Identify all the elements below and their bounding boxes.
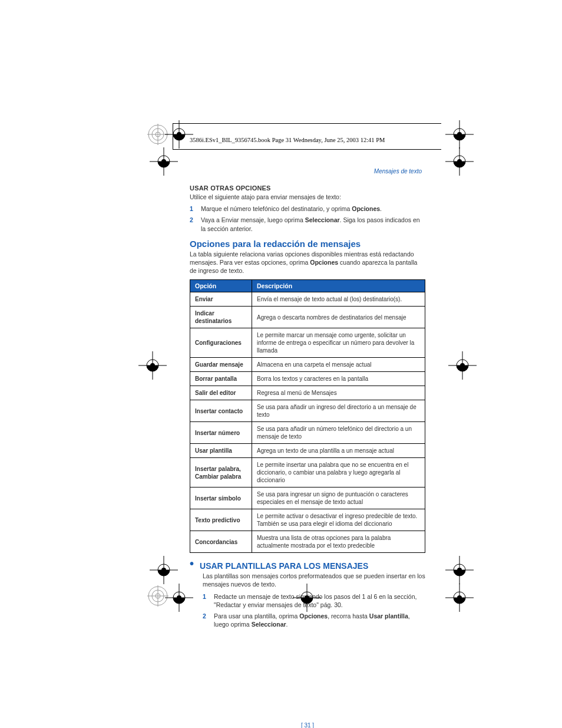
description-cell: Se usa para ingresar un signo de puntuac… (252, 487, 425, 509)
heading-opciones-redaccion: Opciones para la redacción de mensajes (190, 239, 425, 249)
table-row: Insertar palabra, Cambiar palabraLe perm… (190, 458, 425, 487)
table-row: Insertar símboloSe usa para ingresar un … (190, 487, 425, 509)
option-cell: Configuraciones (190, 328, 252, 358)
table-row: Borrar pantallaBorra los textos y caract… (190, 372, 425, 386)
th-opcion: Opción (190, 280, 252, 292)
page-body: USAR OTRAS OPCIONES Utilice el siguiente… (190, 168, 425, 631)
description-cell: Borra los textos y caracteres en la pant… (252, 372, 425, 386)
crosshair-icon (138, 351, 167, 380)
table-row: Indicar destinatariosAgrega o descarta n… (190, 307, 425, 328)
crosshair-icon (165, 120, 193, 149)
step-2: 2 Vaya a Enviar mensaje, luego oprima Se… (190, 216, 425, 232)
table-row: Guardar mensajeAlmacena en una carpeta e… (190, 358, 425, 372)
th-descripcion: Descripción (252, 280, 425, 292)
section-1-intro: Utilice el siguiente atajo para enviar m… (190, 193, 425, 201)
crosshair-icon (293, 584, 321, 612)
table-row: ConfiguracionesLe permite marcar un mens… (190, 328, 425, 358)
crosshair-icon (445, 556, 474, 584)
crosshair-icon (150, 556, 178, 584)
option-cell: Insertar palabra, Cambiar palabra (190, 458, 252, 487)
option-cell: Usar plantilla (190, 444, 252, 458)
option-cell: Indicar destinatarios (190, 307, 252, 328)
option-cell: Insertar número (190, 422, 252, 444)
table-row: Insertar númeroSe usa para añadir un núm… (190, 422, 425, 444)
crosshair-icon (150, 147, 178, 176)
option-cell: Insertar símbolo (190, 487, 252, 509)
option-cell: Enviar (190, 292, 252, 307)
options-table: Opción Descripción EnviarEnvía el mensaj… (190, 279, 425, 553)
description-cell: Muestra una lista de otras opciones para… (252, 531, 425, 553)
table-row: Insertar contactoSe usa para añadir un i… (190, 400, 425, 422)
crosshair-icon (448, 351, 477, 380)
option-cell: Guardar mensaje (190, 358, 252, 372)
opciones-intro: La tabla siguiente relaciona varias opci… (190, 250, 425, 275)
description-cell: Envía el mensaje de texto actual al (los… (252, 292, 425, 307)
table-row: Usar plantillaAgrega un texto de una pla… (190, 444, 425, 458)
description-cell: Le permite activar o desactivar el ingre… (252, 509, 425, 531)
description-cell: Agrega un texto de una plantilla a un me… (252, 444, 425, 458)
heading-usar-plantillas: • USAR PLANTILLAS PARA LOS MENSAJES (190, 561, 425, 571)
description-cell: Se usa para añadir un ingreso del direct… (252, 400, 425, 422)
description-cell: Agrega o descarta nombres de destinatari… (252, 307, 425, 328)
option-cell: Concordancias (190, 531, 252, 553)
option-cell: Texto predictivo (190, 509, 252, 531)
section-title-1: USAR OTRAS OPCIONES (190, 185, 425, 192)
crosshair-icon (165, 584, 193, 612)
print-header: 3586i.ESv1_BIL_9356745.book Page 31 Wedn… (190, 137, 385, 143)
plantillas-step-2: 2 Para usar una plantilla, oprima Opcion… (203, 612, 425, 628)
crosshair-icon (445, 147, 474, 176)
option-cell: Borrar pantalla (190, 372, 252, 386)
step-1: 1 Marque el número telefónico del destin… (190, 205, 425, 213)
description-cell: Almacena en una carpeta el mensaje actua… (252, 358, 425, 372)
table-row: Salir del editorRegresa al menú de Mensa… (190, 386, 425, 400)
description-cell: Le permite marcar un mensaje como urgent… (252, 328, 425, 358)
description-cell: Se usa para añadir un número telefónico … (252, 422, 425, 444)
page-number: [ 31 ] (190, 722, 425, 728)
description-cell: Regresa al menú de Mensajes (252, 386, 425, 400)
option-cell: Salir del editor (190, 386, 252, 400)
crosshair-icon (445, 584, 474, 612)
crosshair-icon (445, 120, 474, 149)
table-row: ConcordanciasMuestra una lista de otras … (190, 531, 425, 553)
description-cell: Le permite insertar una palabra que no s… (252, 458, 425, 487)
option-cell: Insertar contacto (190, 400, 252, 422)
table-row: Texto predictivoLe permite activar o des… (190, 509, 425, 531)
table-row: EnviarEnvía el mensaje de texto actual a… (190, 292, 425, 307)
